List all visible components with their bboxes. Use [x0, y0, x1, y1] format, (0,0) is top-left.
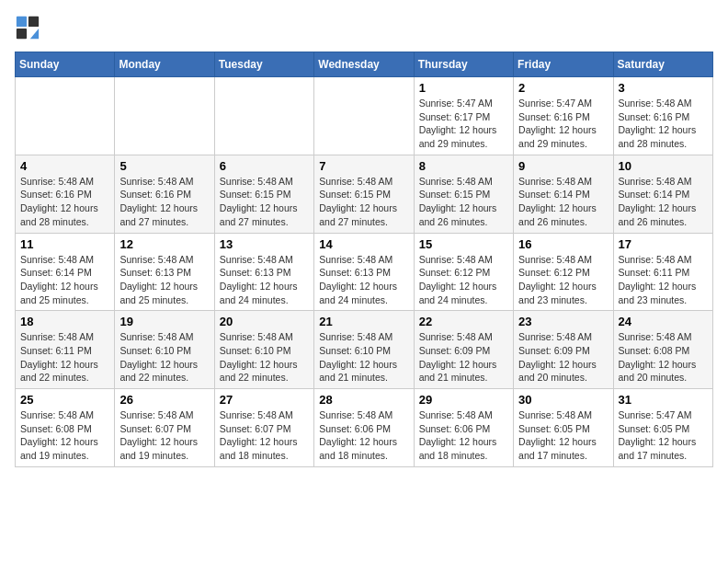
- week-row-2: 4Sunrise: 5:48 AM Sunset: 6:16 PM Daylig…: [16, 155, 713, 233]
- day-cell: 14Sunrise: 5:48 AM Sunset: 6:13 PM Dayli…: [314, 233, 414, 311]
- day-detail: Sunrise: 5:48 AM Sunset: 6:13 PM Dayligh…: [119, 253, 209, 307]
- day-number: 10: [619, 159, 708, 173]
- day-number: 13: [220, 237, 309, 251]
- day-detail: Sunrise: 5:48 AM Sunset: 6:13 PM Dayligh…: [220, 253, 309, 307]
- week-row-3: 11Sunrise: 5:48 AM Sunset: 6:14 PM Dayli…: [16, 233, 713, 311]
- day-detail: Sunrise: 5:48 AM Sunset: 6:15 PM Dayligh…: [419, 175, 508, 229]
- day-number: 24: [619, 315, 708, 328]
- day-cell: 9Sunrise: 5:48 AM Sunset: 6:14 PM Daylig…: [514, 155, 613, 233]
- day-detail: Sunrise: 5:48 AM Sunset: 6:09 PM Dayligh…: [518, 330, 608, 385]
- day-number: 16: [518, 237, 608, 251]
- logo: [15, 15, 44, 40]
- day-number: 20: [220, 315, 309, 328]
- day-detail: Sunrise: 5:48 AM Sunset: 6:10 PM Dayligh…: [220, 330, 309, 385]
- day-detail: Sunrise: 5:48 AM Sunset: 6:11 PM Dayligh…: [619, 253, 708, 307]
- day-number: 27: [220, 393, 309, 407]
- day-cell: 7Sunrise: 5:48 AM Sunset: 6:15 PM Daylig…: [314, 155, 414, 233]
- day-cell: 13Sunrise: 5:48 AM Sunset: 6:13 PM Dayli…: [214, 233, 313, 311]
- day-cell: 3Sunrise: 5:48 AM Sunset: 6:16 PM Daylig…: [613, 77, 712, 155]
- day-detail: Sunrise: 5:48 AM Sunset: 6:14 PM Dayligh…: [619, 175, 708, 229]
- day-cell: 21Sunrise: 5:48 AM Sunset: 6:10 PM Dayli…: [314, 311, 414, 389]
- day-number: 26: [119, 393, 209, 407]
- day-header-thursday: Thursday: [414, 52, 513, 77]
- day-cell: 8Sunrise: 5:48 AM Sunset: 6:15 PM Daylig…: [414, 155, 513, 233]
- day-cell: [115, 77, 214, 155]
- day-cell: 4Sunrise: 5:48 AM Sunset: 6:16 PM Daylig…: [16, 155, 115, 233]
- day-detail: Sunrise: 5:48 AM Sunset: 6:07 PM Dayligh…: [220, 408, 309, 463]
- day-cell: 20Sunrise: 5:48 AM Sunset: 6:10 PM Dayli…: [214, 311, 313, 389]
- day-number: 2: [518, 81, 608, 95]
- week-row-4: 18Sunrise: 5:48 AM Sunset: 6:11 PM Dayli…: [16, 311, 713, 389]
- day-detail: Sunrise: 5:48 AM Sunset: 6:10 PM Dayligh…: [119, 330, 209, 385]
- day-cell: 27Sunrise: 5:48 AM Sunset: 6:07 PM Dayli…: [214, 389, 313, 467]
- day-cell: 22Sunrise: 5:48 AM Sunset: 6:09 PM Dayli…: [414, 311, 513, 389]
- day-detail: Sunrise: 5:48 AM Sunset: 6:10 PM Dayligh…: [319, 330, 408, 385]
- day-cell: 24Sunrise: 5:48 AM Sunset: 6:08 PM Dayli…: [613, 311, 712, 389]
- day-number: 3: [619, 81, 708, 95]
- logo-icon: [15, 15, 40, 40]
- day-cell: 11Sunrise: 5:48 AM Sunset: 6:14 PM Dayli…: [16, 233, 115, 311]
- day-cell: 30Sunrise: 5:48 AM Sunset: 6:05 PM Dayli…: [514, 389, 613, 467]
- day-detail: Sunrise: 5:48 AM Sunset: 6:15 PM Dayligh…: [319, 175, 408, 229]
- day-number: 14: [319, 237, 408, 251]
- day-detail: Sunrise: 5:48 AM Sunset: 6:12 PM Dayligh…: [518, 253, 608, 307]
- day-cell: 18Sunrise: 5:48 AM Sunset: 6:11 PM Dayli…: [16, 311, 115, 389]
- day-detail: Sunrise: 5:48 AM Sunset: 6:08 PM Dayligh…: [619, 330, 708, 385]
- day-number: 17: [619, 237, 708, 251]
- day-cell: 31Sunrise: 5:47 AM Sunset: 6:05 PM Dayli…: [613, 389, 712, 467]
- day-cell: 5Sunrise: 5:48 AM Sunset: 6:16 PM Daylig…: [115, 155, 214, 233]
- day-header-tuesday: Tuesday: [214, 52, 313, 77]
- week-row-5: 25Sunrise: 5:48 AM Sunset: 6:08 PM Dayli…: [16, 389, 713, 467]
- day-detail: Sunrise: 5:47 AM Sunset: 6:05 PM Dayligh…: [619, 408, 708, 463]
- day-number: 11: [20, 237, 109, 251]
- day-cell: 19Sunrise: 5:48 AM Sunset: 6:10 PM Dayli…: [115, 311, 214, 389]
- day-cell: 2Sunrise: 5:47 AM Sunset: 6:16 PM Daylig…: [514, 77, 613, 155]
- day-cell: 15Sunrise: 5:48 AM Sunset: 6:12 PM Dayli…: [414, 233, 513, 311]
- day-cell: 1Sunrise: 5:47 AM Sunset: 6:17 PM Daylig…: [414, 77, 513, 155]
- day-cell: 17Sunrise: 5:48 AM Sunset: 6:11 PM Dayli…: [613, 233, 712, 311]
- day-number: 8: [419, 159, 508, 173]
- day-number: 18: [20, 315, 109, 328]
- day-number: 4: [20, 159, 109, 173]
- day-detail: Sunrise: 5:48 AM Sunset: 6:09 PM Dayligh…: [419, 330, 508, 385]
- day-cell: [16, 77, 115, 155]
- day-detail: Sunrise: 5:48 AM Sunset: 6:06 PM Dayligh…: [319, 408, 408, 463]
- calendar-table: SundayMondayTuesdayWednesdayThursdayFrid…: [15, 52, 713, 467]
- day-number: 23: [518, 315, 608, 328]
- week-row-1: 1Sunrise: 5:47 AM Sunset: 6:17 PM Daylig…: [16, 77, 713, 155]
- header: [15, 15, 713, 40]
- day-header-saturday: Saturday: [613, 52, 712, 77]
- day-detail: Sunrise: 5:48 AM Sunset: 6:07 PM Dayligh…: [119, 408, 209, 463]
- day-cell: 23Sunrise: 5:48 AM Sunset: 6:09 PM Dayli…: [514, 311, 613, 389]
- svg-rect-2: [17, 29, 27, 39]
- day-number: 6: [220, 159, 309, 173]
- day-number: 29: [419, 393, 508, 407]
- day-cell: 26Sunrise: 5:48 AM Sunset: 6:07 PM Dayli…: [115, 389, 214, 467]
- day-number: 31: [619, 393, 708, 407]
- day-number: 12: [119, 237, 209, 251]
- day-detail: Sunrise: 5:48 AM Sunset: 6:08 PM Dayligh…: [20, 408, 109, 463]
- day-number: 19: [119, 315, 209, 328]
- day-detail: Sunrise: 5:48 AM Sunset: 6:15 PM Dayligh…: [220, 175, 309, 229]
- day-number: 9: [518, 159, 608, 173]
- days-header-row: SundayMondayTuesdayWednesdayThursdayFrid…: [16, 52, 713, 77]
- day-cell: 29Sunrise: 5:48 AM Sunset: 6:06 PM Dayli…: [414, 389, 513, 467]
- day-header-monday: Monday: [115, 52, 214, 77]
- day-detail: Sunrise: 5:48 AM Sunset: 6:16 PM Dayligh…: [119, 175, 209, 229]
- day-header-friday: Friday: [514, 52, 613, 77]
- day-number: 25: [20, 393, 109, 407]
- day-cell: 10Sunrise: 5:48 AM Sunset: 6:14 PM Dayli…: [613, 155, 712, 233]
- day-number: 5: [119, 159, 209, 173]
- svg-rect-1: [28, 17, 39, 27]
- day-number: 7: [319, 159, 408, 173]
- day-detail: Sunrise: 5:48 AM Sunset: 6:13 PM Dayligh…: [319, 253, 408, 307]
- day-number: 15: [419, 237, 508, 251]
- day-cell: 6Sunrise: 5:48 AM Sunset: 6:15 PM Daylig…: [214, 155, 313, 233]
- day-cell: 16Sunrise: 5:48 AM Sunset: 6:12 PM Dayli…: [514, 233, 613, 311]
- day-cell: 28Sunrise: 5:48 AM Sunset: 6:06 PM Dayli…: [314, 389, 414, 467]
- day-cell: 12Sunrise: 5:48 AM Sunset: 6:13 PM Dayli…: [115, 233, 214, 311]
- day-number: 1: [419, 81, 508, 95]
- day-detail: Sunrise: 5:48 AM Sunset: 6:14 PM Dayligh…: [518, 175, 608, 229]
- day-header-wednesday: Wednesday: [314, 52, 414, 77]
- day-detail: Sunrise: 5:48 AM Sunset: 6:16 PM Dayligh…: [619, 97, 708, 151]
